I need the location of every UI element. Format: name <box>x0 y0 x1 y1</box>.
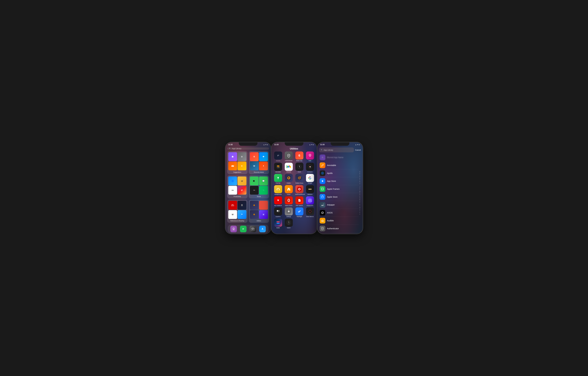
util-app-clock[interactable]: Clock <box>295 163 304 173</box>
app-reeder-util-mini[interactable] <box>259 201 268 210</box>
alphabet-sidebar[interactable]: A B C D E F G H I J K L M N O P Q <box>359 171 360 215</box>
util-app-chrome[interactable]: Chrome <box>284 163 294 173</box>
app-reddit-mini[interactable] <box>259 162 268 170</box>
app-messages-mini[interactable]: 💬 <box>259 177 268 185</box>
svg-rect-37 <box>279 168 279 168</box>
util-app-wallet[interactable]: Wallet <box>273 219 283 229</box>
name-annotable: Annotable <box>327 164 336 166</box>
svg-point-13 <box>263 190 263 190</box>
app-soundcloud-mini[interactable] <box>228 162 237 170</box>
folder-recently-added[interactable]: B W Recently Added <box>249 151 269 174</box>
app-wechat-mini[interactable] <box>259 186 268 195</box>
app-word-mini[interactable]: W <box>250 162 259 170</box>
folder-suggestions-label: Suggestions <box>228 171 246 173</box>
util-app-pdfsearch[interactable]: PDF Search <box>295 196 304 206</box>
icon-measure <box>306 185 314 193</box>
app-reeder-mini[interactable]: ★ <box>238 162 246 170</box>
dock-camera[interactable] <box>250 226 256 232</box>
util-app-google[interactable]: Google <box>305 174 315 184</box>
phone1-content: 🔍 App Library ⚙ <box>225 146 271 234</box>
app-wikipedia-mini[interactable]: W <box>228 210 237 219</box>
list-item-asos[interactable]: ASOS <box>319 209 359 217</box>
app-bear-mini[interactable]: B <box>250 152 259 161</box>
util-app-watch[interactable]: Watch <box>284 219 294 229</box>
app-bbcnews-mini[interactable]: BBCNEWS <box>228 201 237 210</box>
alpha-D: D <box>359 176 360 177</box>
list-item-annotable[interactable]: Annotable <box>319 161 359 169</box>
util-app-testflight[interactable]: TestFlight <box>295 207 304 218</box>
app-safari-mini[interactable] <box>228 177 237 185</box>
app-firefox2-util-mini[interactable] <box>250 210 259 219</box>
alpha-K: K <box>359 188 360 189</box>
icon-myvodafone <box>274 196 282 204</box>
list-item-authenticator[interactable]: Authenticator <box>319 225 359 232</box>
icon-applestore-list <box>320 194 325 200</box>
svg-point-21 <box>254 214 254 215</box>
app-notch-mini[interactable]: me <box>250 186 259 195</box>
svg-point-43 <box>299 166 300 167</box>
util-app-bulb[interactable]: Bulb <box>305 152 315 162</box>
folder-productivity[interactable]: 🦋 me Productivity <box>227 175 248 199</box>
util-app-findmy[interactable]: Find My <box>273 174 283 184</box>
folder-utilities[interactable]: Utilities <box>249 200 269 223</box>
dock-apollo[interactable]: A <box>259 226 266 232</box>
app-shortcuts[interactable] <box>228 152 237 161</box>
app-proton-mini[interactable] <box>259 210 268 219</box>
list-item-appleframes[interactable]: Apple Frames <box>319 185 359 193</box>
alpha-U: U <box>359 204 360 205</box>
folder-suggestions[interactable]: ⚙ ★ Suggestions <box>227 151 248 174</box>
util-app-justpressrecord[interactable]: JustPressRecord <box>295 185 304 195</box>
power-button-3[interactable] <box>363 160 363 168</box>
app-instagram-mini[interactable] <box>238 186 246 195</box>
svg-point-85 <box>322 172 323 172</box>
util-app-measure[interactable]: Measure <box>305 185 315 195</box>
icon-justpressrecord <box>295 185 304 193</box>
util-app-authenticator[interactable]: Authenticator <box>284 152 294 162</box>
dock-spotify[interactable] <box>240 226 247 232</box>
search-bar-3[interactable]: 🔍 App Library <box>319 147 354 152</box>
search-bar-1[interactable]: 🔍 App Library <box>227 147 269 150</box>
list-item-appstore[interactable]: App Store <box>319 177 359 185</box>
icon-asos-list <box>320 210 325 216</box>
list-item-audible[interactable]: Audible <box>319 217 359 225</box>
app-notchmeister-mini[interactable]: me <box>228 186 237 195</box>
app-maps-mini[interactable] <box>238 210 246 219</box>
util-app-settings[interactable]: Settings <box>284 207 294 218</box>
util-app-myvodafone[interactable]: My Vodafone <box>273 196 283 206</box>
phone2-content: Utilities 1⁴ 1.1.1.1 Authenticator <box>271 146 317 234</box>
util-app-scanpro[interactable]: ScanPro <box>273 207 283 218</box>
label-google: Google <box>308 183 312 184</box>
util-app-firefoxfocus[interactable]: Firefox Focus <box>295 174 304 184</box>
util-app-firefox[interactable]: Firefox <box>284 174 294 184</box>
app-kindle-mini[interactable] <box>238 201 246 210</box>
app-facetime-mini[interactable] <box>250 177 259 185</box>
cancel-button-3[interactable]: Cancel <box>355 149 361 151</box>
util-app-home[interactable]: Home <box>284 185 294 195</box>
app-settings-mini[interactable]: ⚙ <box>238 152 246 161</box>
svg-point-53 <box>299 178 300 178</box>
label-chrome: Chrome <box>286 171 291 173</box>
util-app-protonvpn[interactable]: ProtonVPN <box>305 196 315 206</box>
util-app-operatouch[interactable]: Opera Touch <box>284 196 294 206</box>
util-app-compass[interactable]: Compass <box>305 163 315 173</box>
util-app-voicememos[interactable]: Voice Memos <box>305 207 315 218</box>
label-clock: Clock <box>298 171 301 173</box>
util-app-betterday[interactable]: 6 Better Day <box>295 152 304 162</box>
list-item-apollo[interactable]: Apollo <box>319 169 359 177</box>
name-authenticator: Authenticator <box>327 227 339 230</box>
list-item-applestore[interactable]: Apple Store <box>319 193 359 201</box>
dock-podcasts[interactable] <box>230 226 237 232</box>
util-app-calculator[interactable]: Calculator <box>273 163 283 173</box>
util-app-1111[interactable]: 1⁴ 1.1.1.1 <box>273 152 283 162</box>
list-item-artpaper[interactable]: Artpaper <box>319 201 359 209</box>
folder-reference[interactable]: BBCNEWS W Reference & Reading <box>227 200 248 223</box>
folder-social[interactable]: 💬 me Social <box>249 175 269 199</box>
wifi-icon-3: ▾ <box>357 144 358 145</box>
name-blurred: Blurred App Name <box>327 156 344 158</box>
app-messenger-mini[interactable] <box>259 152 268 161</box>
icon-authenticator <box>285 152 293 160</box>
app-butterfly-mini[interactable]: 🦋 <box>238 177 246 185</box>
util-app-headphones[interactable]: Headphones <box>273 185 283 195</box>
label-myvodafone: My Vodafone <box>274 205 282 206</box>
app-firefox-util-mini[interactable] <box>250 201 259 210</box>
